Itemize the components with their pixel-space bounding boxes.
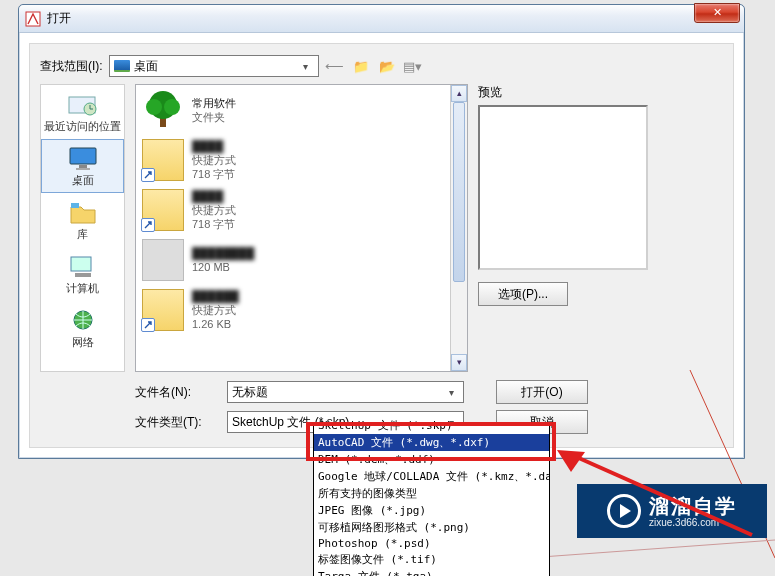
filetype-option[interactable]: 可移植网络图形格式 (*.png) [314,519,549,536]
preview-pane [478,105,648,270]
scrollbar[interactable]: ▴ ▾ [450,85,467,371]
place-desktop[interactable]: 桌面 [41,139,124,193]
folder-icon [142,139,184,181]
lookin-combo[interactable]: 桌面 ▾ [109,55,319,77]
desktop-monitor-icon [67,145,99,171]
place-recent[interactable]: 最近访问的位置 [41,85,124,139]
list-item[interactable]: ████████120 MB [136,235,467,285]
new-folder-icon[interactable]: 📂 [377,56,397,76]
app-icon [25,11,41,27]
file-list[interactable]: 常用软件文件夹 ████快捷方式718 字节 ████快捷方式718 字节 ██… [135,84,468,372]
preview-label: 预览 [478,84,663,101]
svg-rect-7 [76,168,90,170]
filetype-option[interactable]: DEM (*.dem、*.ddf) [314,451,549,468]
svg-point-15 [164,99,180,115]
close-button[interactable]: ✕ [694,3,740,23]
back-icon[interactable]: ⟵ [325,56,345,76]
filetype-option[interactable]: Photoshop (*.psd) [314,536,549,551]
scroll-thumb[interactable] [453,102,465,282]
filename-input[interactable]: 无标题 ▾ [227,381,464,403]
place-network[interactable]: 网络 [41,301,124,355]
titlebar[interactable]: 打开 ✕ [19,5,744,33]
filetype-dropdown-list[interactable]: SketchUp 文件 (*.skp) AutoCAD 文件 (*.dwg、*.… [313,425,550,576]
svg-rect-10 [75,273,91,277]
svg-rect-9 [71,257,91,271]
list-item[interactable]: 常用软件文件夹 [136,85,467,135]
up-folder-icon[interactable]: 📁 [351,56,371,76]
filetype-option[interactable]: Targa 文件 (*.tga) [314,568,549,576]
network-icon [67,307,99,333]
list-item[interactable]: ██████快捷方式1.26 KB [136,285,467,335]
filetype-option[interactable]: Google 地球/COLLADA 文件 (*.kmz、*.dae) [314,468,549,485]
filetype-option[interactable]: SketchUp 文件 (*.skp) [314,417,549,434]
filetype-option-selected[interactable]: AutoCAD 文件 (*.dwg、*.dxf) [314,434,549,451]
shortcut-overlay-icon [141,168,155,182]
open-button[interactable]: 打开(O) [496,380,588,404]
filetype-option[interactable]: 标签图像文件 (*.tif) [314,551,549,568]
watermark: 溜溜自学 zixue.3d66.com [577,484,767,538]
filetype-option[interactable]: 所有支持的图像类型 [314,485,549,502]
file-icon [142,239,184,281]
svg-rect-5 [70,148,96,164]
shortcut-overlay-icon [141,218,155,232]
filename-label: 文件名(N): [135,384,215,401]
list-item[interactable]: ████快捷方式718 字节 [136,135,467,185]
recent-icon [67,91,99,117]
shortcut-overlay-icon [141,318,155,332]
svg-point-14 [146,99,162,115]
folder-icon [142,289,184,331]
scroll-up-button[interactable]: ▴ [451,85,467,102]
lookin-label: 查找范围(I): [40,58,103,75]
view-menu-icon[interactable]: ▤▾ [403,56,423,76]
filetype-option[interactable]: JPEG 图像 (*.jpg) [314,502,549,519]
place-computer[interactable]: 计算机 [41,247,124,301]
place-libraries[interactable]: 库 [41,193,124,247]
options-button[interactable]: 选项(P)... [478,282,568,306]
chevron-down-icon[interactable]: ▾ [443,387,459,398]
svg-rect-8 [71,203,79,208]
libraries-icon [67,199,99,225]
chevron-down-icon: ▾ [298,61,314,72]
window-title: 打开 [47,10,738,27]
list-item[interactable]: ████快捷方式718 字节 [136,185,467,235]
lookin-value: 桌面 [134,58,158,75]
folder-icon [142,189,184,231]
scroll-down-button[interactable]: ▾ [451,354,467,371]
desktop-icon [114,60,130,72]
filetype-label: 文件类型(T): [135,414,215,431]
places-bar: 最近访问的位置 桌面 库 计算机 网络 [40,84,125,372]
computer-icon [67,253,99,279]
folder-tree-icon [142,89,184,131]
open-dialog: 打开 ✕ 查找范围(I): 桌面 ▾ ⟵ 📁 📂 ▤▾ 最近访问的位置 [18,4,745,459]
play-icon [607,494,641,528]
svg-rect-6 [79,165,87,168]
